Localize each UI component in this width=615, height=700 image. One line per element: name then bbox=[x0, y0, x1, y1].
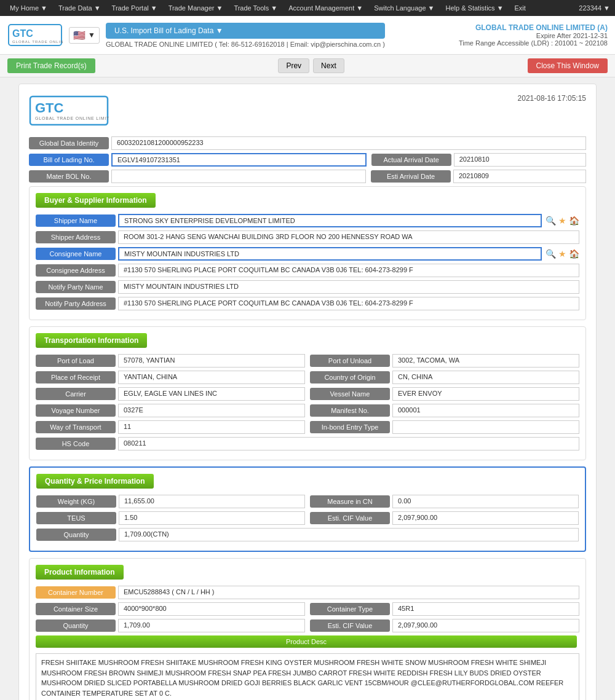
consignee-name-row: Consignee Name MISTY MOUNTAIN INDUSTRIES… bbox=[36, 247, 579, 261]
shipper-star-icon[interactable]: ★ bbox=[558, 216, 566, 226]
nav-trade-data[interactable]: Trade Data ▼ bbox=[54, 2, 106, 14]
manifest-label: Manifest No. bbox=[310, 404, 390, 417]
mater-bol-row: Mater BOL No. Esti Arrival Date 20210809 bbox=[29, 170, 586, 183]
user-id[interactable]: 223344 ▼ bbox=[579, 4, 610, 12]
shipper-name-row: Shipper Name STRONG SKY ENTERPRISE DEVEL… bbox=[36, 214, 579, 227]
carrier-label: Carrier bbox=[36, 388, 116, 400]
port-row: Port of Load 57078, YANTIAN Port of Unlo… bbox=[36, 354, 579, 368]
actual-arrival-value: 20210810 bbox=[454, 153, 586, 167]
global-data-identity-row: Global Data Identity 6003202108120000095… bbox=[29, 136, 586, 150]
data-source-dropdown[interactable]: U.S. Import Bill of Lading Data ▼ bbox=[106, 23, 385, 39]
measure-label: Measure in CN bbox=[310, 495, 390, 508]
nav-trade-manager[interactable]: Trade Manager ▼ bbox=[164, 2, 228, 14]
nav-trade-portal[interactable]: Trade Portal ▼ bbox=[107, 2, 162, 14]
bol-row: Bill of Lading No. EGLV149107231351 Actu… bbox=[29, 153, 586, 167]
nav-my-home[interactable]: My Home ▼ bbox=[5, 2, 52, 14]
nav-account-management[interactable]: Account Management ▼ bbox=[284, 2, 368, 14]
in-bond-value bbox=[392, 420, 579, 434]
main-content: GTC GLOBAL TRADE ONLINE LIMITED 2021-08-… bbox=[0, 77, 615, 700]
bol-value: EGLV149107231351 bbox=[111, 153, 367, 167]
container-size-type-row: Container Size 4000*900*800 Container Ty… bbox=[36, 602, 579, 616]
prev-button-top[interactable]: Prev bbox=[278, 58, 309, 73]
teus-label: TEUS bbox=[36, 512, 116, 524]
voyage-number-value: 0327E bbox=[118, 404, 305, 417]
svg-text:GTC: GTC bbox=[12, 28, 33, 39]
port-of-unload-value: 3002, TACOMA, WA bbox=[392, 354, 579, 368]
transport-bond-row: Way of Transport 11 In-bond Entry Type bbox=[36, 420, 579, 434]
svg-text:GLOBAL TRADE ONLINE LIMITED: GLOBAL TRADE ONLINE LIMITED bbox=[35, 116, 109, 120]
nav-help-statistics[interactable]: Help & Statistics ▼ bbox=[441, 2, 509, 14]
notify-party-address-row: Notify Party Address #1130 570 SHERLING … bbox=[36, 297, 579, 310]
place-of-receipt-value: YANTIAN, CHINA bbox=[118, 371, 305, 384]
way-of-transport-value: 11 bbox=[118, 420, 305, 434]
consignee-name-label: Consignee Name bbox=[36, 248, 116, 260]
receipt-origin-row: Place of Receipt YANTIAN, CHINA Country … bbox=[36, 371, 579, 384]
transportation-title: Transportation Information bbox=[36, 333, 147, 348]
next-button-top[interactable]: Next bbox=[313, 58, 344, 73]
close-button-top[interactable]: Close This Window bbox=[528, 58, 608, 73]
product-quantity-label: Quantity bbox=[36, 619, 116, 632]
consignee-search-icon[interactable]: 🔍 bbox=[546, 249, 556, 259]
product-title: Product Information bbox=[36, 565, 124, 580]
company-logo: GTC GLOBAL TRADE ONLINE LIMITED bbox=[7, 20, 63, 50]
nav-switch-language[interactable]: Switch Language ▼ bbox=[369, 2, 439, 14]
qp-esti-cif-label: Esti. CIF Value bbox=[310, 512, 390, 524]
teus-value: 1.50 bbox=[119, 511, 305, 525]
manifest-value: 000001 bbox=[392, 404, 579, 417]
transportation-section: Transportation Information Port of Load … bbox=[29, 326, 586, 460]
consignee-home-icon[interactable]: 🏠 bbox=[569, 249, 579, 259]
consignee-name-value: MISTY MOUNTAIN INDUSTRIES LTD bbox=[118, 247, 542, 261]
header-bar: GTC GLOBAL TRADE ONLINE LIMITED 🇺🇸 ▼ U.S… bbox=[0, 16, 615, 55]
container-type-label: Container Type bbox=[310, 603, 390, 615]
global-data-identity-value: 60032021081200000952233 bbox=[111, 136, 586, 150]
port-of-unload-label: Port of Unload bbox=[310, 355, 390, 367]
shipper-home-icon[interactable]: 🏠 bbox=[569, 216, 579, 226]
gtc-logo: GTC GLOBAL TRADE ONLINE LIMITED bbox=[29, 94, 109, 128]
flag-selector[interactable]: 🇺🇸 ▼ bbox=[69, 27, 100, 44]
place-of-receipt-label: Place of Receipt bbox=[36, 371, 116, 383]
port-of-load-value: 57078, YANTIAN bbox=[118, 354, 305, 368]
measure-value: 0.00 bbox=[392, 495, 579, 508]
teus-cif-row: TEUS 1.50 Esti. CIF Value 2,097,900.00 bbox=[36, 511, 579, 525]
container-size-value: 4000*900*800 bbox=[118, 602, 305, 616]
svg-text:GTC: GTC bbox=[35, 100, 64, 116]
nav-trade-tools[interactable]: Trade Tools ▼ bbox=[229, 2, 282, 14]
container-number-value: EMCU5288843 ( CN / L / HH ) bbox=[118, 586, 579, 599]
buyer-supplier-section: Buyer & Supplier Information Shipper Nam… bbox=[29, 186, 586, 320]
hs-code-value: 080211 bbox=[118, 437, 579, 450]
container-size-label: Container Size bbox=[36, 603, 116, 615]
action-bar-top: Print Trade Record(s) Prev Next Close Th… bbox=[0, 55, 615, 77]
notify-party-name-value: MISTY MOUNTAIN INDUSTRIES LTD bbox=[118, 280, 579, 294]
notify-party-address-value: #1130 570 SHERLING PLACE PORT COQUITLAM … bbox=[118, 297, 579, 310]
global-data-identity-label: Global Data Identity bbox=[29, 137, 109, 149]
record-datetime: 2021-08-16 17:05:15 bbox=[518, 94, 586, 103]
consignee-star-icon[interactable]: ★ bbox=[558, 249, 566, 259]
quantity-price-section: Quantity & Price Information Weight (KG)… bbox=[29, 466, 586, 552]
consignee-address-value: #1130 570 SHERLING PLACE PORT COQUITLAM … bbox=[118, 264, 579, 277]
carrier-vessel-row: Carrier EGLV, EAGLE VAN LINES INC Vessel… bbox=[36, 387, 579, 401]
header-right: GLOBAL TRADE ONLINE LIMITED (A) Expire A… bbox=[459, 23, 608, 47]
port-of-load-label: Port of Load bbox=[36, 355, 116, 367]
print-button-top[interactable]: Print Trade Record(s) bbox=[7, 58, 95, 73]
product-quantity-value: 1,709.00 bbox=[118, 619, 305, 632]
quantity-price-title: Quantity & Price Information bbox=[36, 474, 154, 489]
shipper-name-label: Shipper Name bbox=[36, 214, 116, 227]
shipper-address-value: ROOM 301-2 HANG SENG WANCHAI BUILDING 3R… bbox=[118, 230, 579, 244]
product-esti-cif-label: Esti. CIF Value bbox=[310, 619, 390, 632]
svg-text:GLOBAL TRADE ONLINE LIMITED: GLOBAL TRADE ONLINE LIMITED bbox=[12, 40, 63, 44]
container-type-value: 45R1 bbox=[392, 602, 579, 616]
consignee-address-row: Consignee Address #1130 570 SHERLING PLA… bbox=[36, 264, 579, 277]
nav-exit[interactable]: Exit bbox=[510, 2, 531, 14]
quantity-row: Quantity 1,709.00(CTN) bbox=[36, 528, 579, 541]
hs-code-row: HS Code 080211 bbox=[36, 437, 579, 450]
shipper-search-icon[interactable]: 🔍 bbox=[546, 216, 556, 226]
container-number-label: Container Number bbox=[36, 586, 116, 599]
vessel-name-value: EVER ENVOY bbox=[392, 387, 579, 401]
product-desc-value: FRESH SHIITAKE MUSHROOM FRESH SHIITAKE M… bbox=[36, 653, 579, 700]
product-esti-cif-value: 2,097,900.00 bbox=[392, 619, 579, 632]
way-of-transport-label: Way of Transport bbox=[36, 421, 116, 433]
record-card: GTC GLOBAL TRADE ONLINE LIMITED 2021-08-… bbox=[18, 84, 597, 700]
bol-label: Bill of Lading No. bbox=[29, 154, 109, 166]
company-name: GLOBAL TRADE ONLINE LIMITED (A) bbox=[459, 23, 608, 32]
weight-value: 11,655.00 bbox=[119, 495, 305, 508]
